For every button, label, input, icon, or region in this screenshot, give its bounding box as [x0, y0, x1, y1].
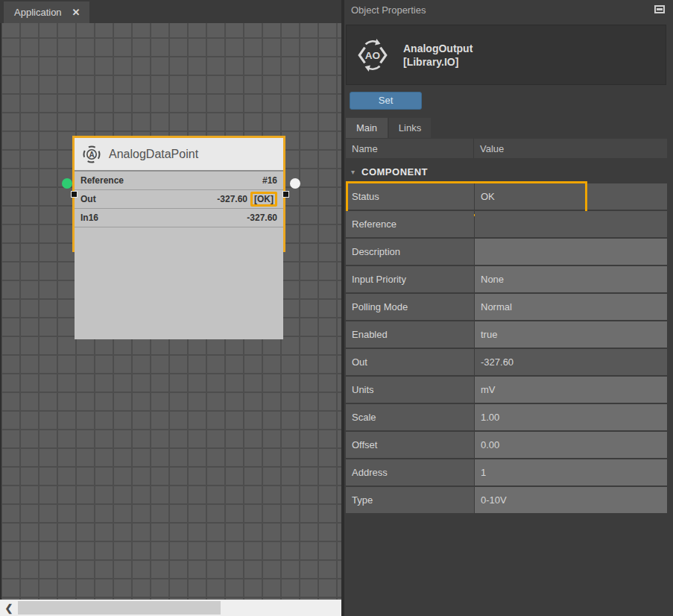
- tab-application[interactable]: Application ✕: [4, 1, 89, 23]
- resize-handle-left[interactable]: [71, 191, 78, 198]
- horizontal-scrollbar[interactable]: ❮: [0, 600, 343, 616]
- block-row-value: -327.60: [217, 194, 247, 204]
- property-name: Out: [346, 349, 474, 375]
- property-value[interactable]: [475, 211, 667, 237]
- set-button[interactable]: Set: [350, 92, 422, 110]
- block-row-label: In16: [80, 213, 98, 223]
- property-row-polling-mode[interactable]: Polling ModeNormal: [346, 294, 667, 320]
- block-rows: Reference#16Out-327.60[OK]In16-327.60: [75, 172, 283, 227]
- tab-main[interactable]: Main: [346, 118, 388, 138]
- property-row-status[interactable]: StatusOK: [346, 183, 667, 210]
- document-tab-bar: Application ✕: [0, 0, 343, 23]
- properties-table: Name Value ▾ COMPONENT StatusOKReference…: [346, 139, 667, 515]
- property-row-scale[interactable]: Scale1.00: [346, 404, 667, 430]
- wiresheet-canvas[interactable]: A AnalogDataPoint Reference#16Out-327.60…: [0, 23, 343, 600]
- property-row-address[interactable]: Address1: [346, 459, 667, 485]
- tab-links[interactable]: Links: [389, 118, 431, 138]
- tab-application-label: Application: [14, 7, 62, 18]
- block-title: AnalogDataPoint: [109, 148, 198, 161]
- column-header-name: Name: [346, 139, 474, 158]
- property-name: Description: [346, 239, 474, 265]
- close-icon[interactable]: ✕: [72, 7, 80, 18]
- panel-titlebar: Object Properties: [344, 0, 673, 19]
- resize-handle-right[interactable]: [282, 191, 289, 198]
- column-header-value: Value: [474, 139, 667, 158]
- component-card: AO AnalogOutput [Library.IO]: [346, 25, 666, 85]
- property-row-units[interactable]: UnitsmV: [346, 377, 667, 403]
- property-name: Reference: [346, 211, 474, 237]
- property-value[interactable]: 0.00: [475, 432, 667, 458]
- float-window-icon[interactable]: [654, 5, 665, 13]
- table-header-row: Name Value: [346, 139, 667, 158]
- property-value[interactable]: mV: [475, 377, 667, 403]
- block-row-out[interactable]: Out-327.60[OK]: [75, 190, 283, 209]
- property-rows: StatusOKReferenceDescriptionInput Priori…: [346, 183, 667, 513]
- property-name: Offset: [346, 432, 474, 458]
- scroll-left-arrow-icon[interactable]: ❮: [0, 600, 18, 616]
- block-row-value: #16: [262, 175, 277, 186]
- block-row-label: Reference: [80, 175, 124, 186]
- panel-title: Object Properties: [351, 4, 426, 16]
- property-row-type[interactable]: Type0-10V: [346, 487, 667, 513]
- property-name: Units: [346, 377, 474, 403]
- block-row-in16[interactable]: In16-327.60: [75, 209, 283, 227]
- property-row-input-priority[interactable]: Input PriorityNone: [346, 266, 667, 292]
- block-row-value: -327.60: [247, 213, 277, 223]
- analog-datapoint-block[interactable]: A AnalogDataPoint Reference#16Out-327.60…: [72, 136, 285, 252]
- property-name: Address: [346, 459, 474, 485]
- property-name: Status: [346, 183, 474, 210]
- property-value[interactable]: -327.60: [475, 349, 667, 375]
- analog-datapoint-icon: A: [82, 145, 101, 164]
- analog-output-icon: AO: [356, 38, 390, 72]
- property-value[interactable]: 0-10V: [475, 487, 667, 513]
- property-row-offset[interactable]: Offset0.00: [346, 432, 667, 458]
- property-value[interactable]: Normal: [475, 294, 667, 320]
- group-header-component[interactable]: ▾ COMPONENT: [346, 160, 667, 183]
- component-name: AnalogOutput: [403, 42, 473, 55]
- block-footer: [75, 227, 283, 339]
- scrollbar-thumb[interactable]: [18, 601, 221, 615]
- input-port-green[interactable]: [62, 178, 72, 189]
- component-library: [Library.IO]: [403, 55, 473, 69]
- properties-tabs: Main Links: [346, 118, 431, 138]
- property-name: Enabled: [346, 321, 474, 348]
- block-row-reference[interactable]: Reference#16: [75, 172, 283, 190]
- svg-text:A: A: [89, 151, 94, 159]
- property-value[interactable]: OK: [475, 183, 667, 210]
- property-row-reference[interactable]: Reference: [346, 211, 667, 237]
- group-label: COMPONENT: [361, 166, 428, 177]
- application-window: Application ✕ A AnalogDataPoint Referenc…: [0, 0, 673, 616]
- property-value[interactable]: true: [475, 321, 667, 348]
- property-row-description[interactable]: Description: [346, 239, 667, 265]
- collapse-arrow-icon[interactable]: ▾: [351, 168, 355, 176]
- property-row-enabled[interactable]: Enabledtrue: [346, 321, 667, 348]
- property-name: Scale: [346, 404, 474, 430]
- property-name: Polling Mode: [346, 294, 474, 320]
- property-name: Input Priority: [346, 266, 474, 292]
- object-properties-panel: Object Properties AO AnalogOutput [Libra…: [344, 0, 673, 616]
- property-value[interactable]: [475, 239, 667, 265]
- property-value[interactable]: 1.00: [475, 404, 667, 430]
- block-header[interactable]: A AnalogDataPoint: [75, 138, 283, 172]
- block-row-label: Out: [80, 194, 96, 204]
- property-value[interactable]: 1: [475, 459, 667, 485]
- property-row-out[interactable]: Out-327.60: [346, 349, 667, 375]
- status-ok-badge: [OK]: [250, 192, 277, 207]
- property-value[interactable]: None: [475, 266, 667, 292]
- svg-text:AO: AO: [365, 50, 380, 61]
- output-port-white[interactable]: [290, 178, 300, 189]
- property-name: Type: [346, 487, 474, 513]
